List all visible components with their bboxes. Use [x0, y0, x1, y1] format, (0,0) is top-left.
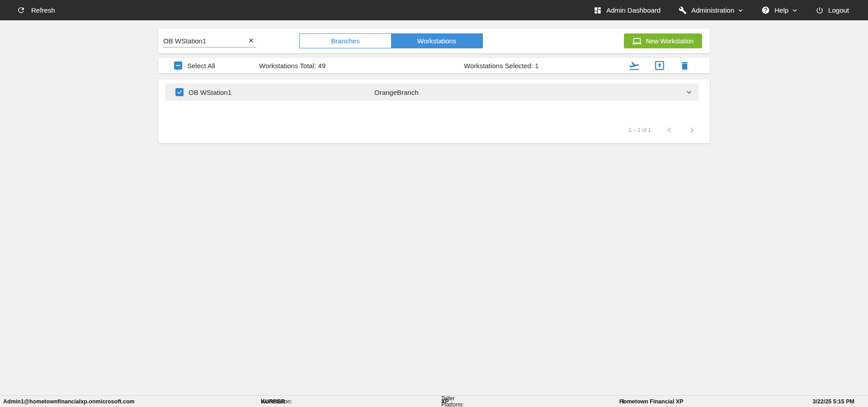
pagination-range-text: 1 – 1 of 1 — [628, 127, 651, 133]
flight-land-icon[interactable] — [628, 60, 640, 71]
workstations-total-text: Workstations Total: 49 — [259, 58, 326, 73]
logout-button[interactable]: Logout — [816, 6, 849, 14]
top-nav: Admin Dashboard Administration Help Logo… — [594, 6, 868, 14]
tab-workstations[interactable]: Workstations — [391, 34, 482, 48]
workstation-list: OB WStation1 OrangeBranch 1 – 1 of 1 — [158, 80, 710, 143]
chevron-down-icon — [792, 8, 797, 13]
next-page-button[interactable] — [688, 126, 695, 134]
trash-icon[interactable] — [679, 61, 690, 71]
clear-search-icon[interactable]: ✕ — [248, 37, 256, 45]
refresh-label: Refresh — [31, 6, 55, 14]
dashboard-icon — [594, 6, 602, 14]
search-input[interactable] — [163, 37, 248, 45]
tab-workstations-label: Workstations — [417, 37, 456, 45]
wrench-icon — [679, 6, 687, 14]
refresh-icon — [17, 6, 25, 14]
refresh-button[interactable]: Refresh — [0, 6, 55, 14]
fi-status: FI:Hometown Financial XP — [619, 396, 684, 407]
status-bar: Admin1@hometownfinancialxp.onmicrosoft.c… — [0, 395, 868, 407]
workstation-status: Workstation:KURRER — [261, 396, 285, 407]
administration-label: Administration — [691, 6, 734, 14]
tab-branches[interactable]: Branches — [300, 34, 391, 48]
select-all-label: Select All — [187, 62, 215, 70]
power-icon — [816, 6, 824, 14]
select-all-checkbox-indeterminate[interactable] — [174, 61, 182, 70]
expand-row-chevron-icon[interactable] — [685, 89, 693, 96]
tab-branches-label: Branches — [331, 37, 359, 45]
help-icon — [761, 6, 770, 14]
toolbar-actions — [628, 58, 690, 73]
admin-dashboard-label: Admin Dashboard — [606, 6, 660, 14]
workstations-selected-text: Workstations Selected: 1 — [464, 58, 539, 73]
top-bar: Refresh Admin Dashboard Administration H… — [0, 0, 868, 20]
admin-dashboard-button[interactable]: Admin Dashboard — [594, 6, 660, 14]
search-tab-bar: ✕ Branches Workstations New Workstation — [158, 28, 710, 53]
workstation-name: OB WStation1 — [189, 89, 231, 96]
help-menu[interactable]: Help — [761, 6, 797, 14]
workstation-branch: OrangeBranch — [374, 89, 419, 96]
new-workstation-label: New Workstation — [646, 37, 694, 45]
table-row[interactable]: OB WStation1 OrangeBranch — [165, 84, 699, 101]
list-toolbar: Select All Workstations Total: 49 Workst… — [158, 58, 710, 73]
teller-platform-status: Teller Platform:XP — [441, 396, 449, 407]
new-workstation-button[interactable]: New Workstation — [624, 33, 702, 48]
logout-label: Logout — [828, 6, 849, 14]
workstation-icon — [632, 37, 642, 46]
main-content: ✕ Branches Workstations New Workstation … — [158, 28, 710, 143]
check-icon — [177, 89, 182, 95]
upload-icon[interactable] — [654, 60, 665, 71]
administration-menu[interactable]: Administration — [679, 6, 743, 14]
row-checkbox-checked[interactable] — [175, 88, 184, 96]
tab-group: Branches Workstations — [299, 33, 483, 48]
select-all-control[interactable]: Select All — [174, 58, 215, 73]
help-label: Help — [774, 6, 788, 14]
search-field: ✕ — [163, 35, 256, 47]
chevron-down-icon — [738, 8, 743, 13]
datetime-text: 3/22/25 5:15 PM — [813, 396, 854, 407]
pagination: 1 – 1 of 1 — [158, 126, 695, 135]
logged-in-user: Admin1@hometownfinancialxp.onmicrosoft.c… — [3, 396, 135, 407]
previous-page-button[interactable] — [666, 126, 673, 134]
